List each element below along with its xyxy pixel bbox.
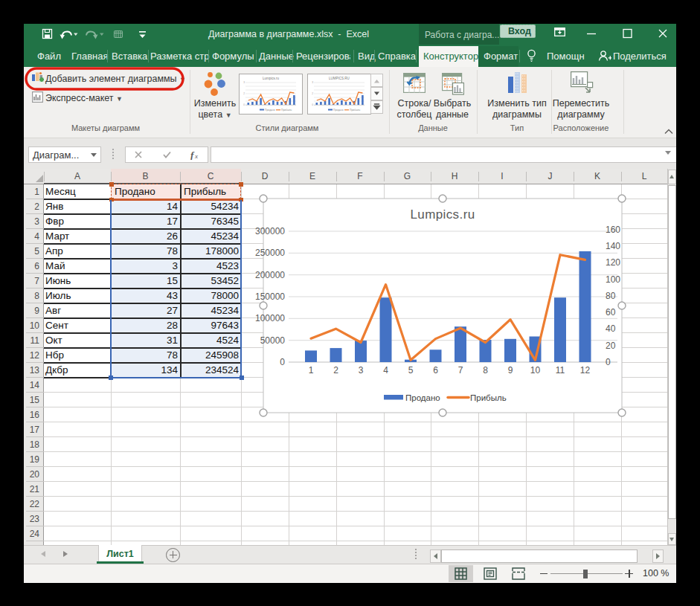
svg-text:12: 12	[580, 365, 591, 375]
svg-text:20: 20	[606, 341, 616, 351]
svg-text:4: 4	[383, 365, 388, 375]
svg-text:60: 60	[606, 307, 616, 317]
svg-text:100000: 100000	[255, 313, 285, 323]
svg-text:80: 80	[606, 291, 616, 301]
svg-text:9: 9	[508, 365, 513, 375]
svg-text:3: 3	[359, 365, 364, 375]
svg-text:LUMPICS.RU: LUMPICS.RU	[329, 77, 350, 80]
svg-text:x: x	[194, 152, 198, 160]
svg-text:Продано: Продано	[405, 393, 440, 402]
svg-text:150000: 150000	[255, 291, 285, 302]
svg-text:120: 120	[606, 257, 620, 268]
svg-text:3: 3	[243, 81, 245, 84]
svg-text:40: 40	[606, 323, 616, 334]
svg-text:Прибыль: Прибыль	[350, 109, 361, 112]
svg-text:200000: 200000	[255, 270, 285, 280]
svg-text:Продано: Продано	[333, 109, 344, 112]
svg-text:0: 0	[606, 357, 611, 367]
svg-text:140: 140	[606, 241, 620, 251]
svg-text:250000: 250000	[255, 248, 285, 258]
svg-text:1: 1	[309, 365, 314, 375]
svg-text:100: 100	[606, 274, 620, 285]
svg-text:0: 0	[312, 103, 313, 106]
svg-text:300000: 300000	[255, 226, 285, 236]
svg-text:10: 10	[530, 365, 541, 375]
svg-text:2: 2	[243, 92, 245, 95]
svg-text:Lumpics.ru: Lumpics.ru	[263, 77, 280, 80]
svg-text:Продано: Продано	[265, 109, 275, 112]
svg-text:0: 0	[243, 103, 245, 106]
svg-text:Прибыль: Прибыль	[281, 109, 292, 112]
svg-text:160: 160	[606, 225, 620, 235]
svg-text:3: 3	[312, 81, 313, 84]
svg-text:50000: 50000	[260, 335, 286, 346]
svg-text:8: 8	[483, 365, 488, 375]
svg-text:2: 2	[312, 92, 313, 95]
svg-text:Lumpics.ru: Lumpics.ru	[410, 207, 475, 222]
svg-text:5: 5	[408, 365, 414, 375]
svg-text:0: 0	[280, 357, 285, 367]
svg-text:2: 2	[333, 365, 338, 375]
svg-text:7: 7	[458, 365, 463, 375]
svg-text:11: 11	[556, 365, 565, 375]
svg-text:Прибыль: Прибыль	[470, 393, 507, 402]
svg-text:6: 6	[433, 365, 438, 375]
